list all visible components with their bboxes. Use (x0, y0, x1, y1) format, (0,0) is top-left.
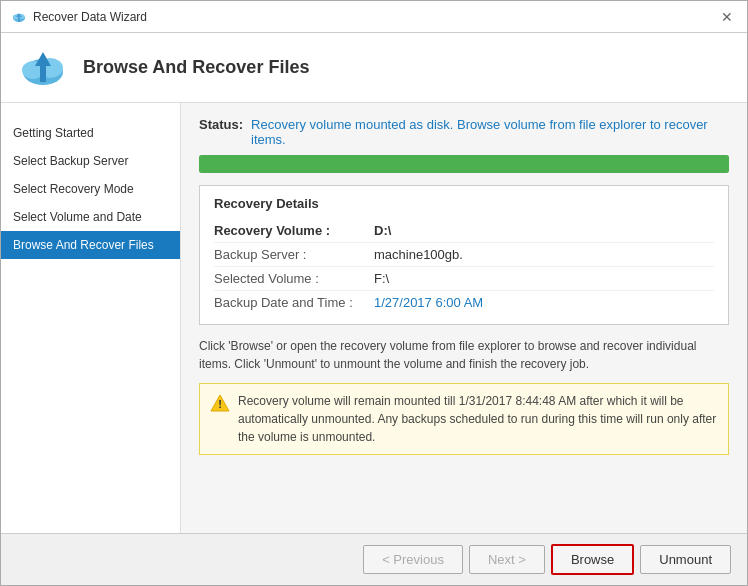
detail-label-selected-volume: Selected Volume : (214, 271, 374, 286)
info-text: Click 'Browse' or open the recovery volu… (199, 337, 729, 373)
progress-bar-fill (199, 155, 729, 173)
status-label: Status: (199, 117, 243, 132)
browse-button[interactable]: Browse (551, 544, 634, 575)
detail-row-backup-date: Backup Date and Time : 1/27/2017 6:00 AM (214, 291, 714, 314)
close-button[interactable]: ✕ (717, 7, 737, 27)
detail-label-backup-date: Backup Date and Time : (214, 295, 374, 310)
recovery-details-box: Recovery Details Recovery Volume : D:\ B… (199, 185, 729, 325)
header-area: Browse And Recover Files (1, 33, 747, 103)
status-text: Recovery volume mounted as disk. Browse … (251, 117, 729, 147)
main-window: Recover Data Wizard ✕ Browse And Recover… (0, 0, 748, 586)
header-icon (17, 42, 69, 94)
detail-label-recovery-volume: Recovery Volume : (214, 223, 374, 238)
title-bar-left: Recover Data Wizard (11, 9, 147, 25)
sidebar-item-select-volume-date[interactable]: Select Volume and Date (1, 203, 180, 231)
body-area: Getting Started Select Backup Server Sel… (1, 103, 747, 533)
unmount-button[interactable]: Unmount (640, 545, 731, 574)
page-title: Browse And Recover Files (83, 57, 309, 78)
detail-row-backup-server: Backup Server : machine100gb. (214, 243, 714, 267)
warning-box: ! Recovery volume will remain mounted ti… (199, 383, 729, 455)
warning-icon: ! (210, 393, 230, 413)
app-icon (11, 9, 27, 25)
detail-value-recovery-volume: D:\ (374, 223, 391, 238)
main-content: Status: Recovery volume mounted as disk.… (181, 103, 747, 533)
status-bar: Status: Recovery volume mounted as disk.… (199, 117, 729, 147)
sidebar-item-select-recovery-mode[interactable]: Select Recovery Mode (1, 175, 180, 203)
detail-row-recovery-volume: Recovery Volume : D:\ (214, 219, 714, 243)
title-bar: Recover Data Wizard ✕ (1, 1, 747, 33)
sidebar-item-select-backup-server[interactable]: Select Backup Server (1, 147, 180, 175)
detail-value-backup-server: machine100gb. (374, 247, 463, 262)
previous-button[interactable]: < Previous (363, 545, 463, 574)
detail-value-selected-volume: F:\ (374, 271, 389, 286)
sidebar-item-getting-started[interactable]: Getting Started (1, 119, 180, 147)
svg-text:!: ! (218, 398, 222, 410)
sidebar-item-browse-and-recover[interactable]: Browse And Recover Files (1, 231, 180, 259)
detail-label-backup-server: Backup Server : (214, 247, 374, 262)
progress-bar-container (199, 155, 729, 173)
sidebar: Getting Started Select Backup Server Sel… (1, 103, 181, 533)
footer-area: < Previous Next > Browse Unmount (1, 533, 747, 585)
detail-row-selected-volume: Selected Volume : F:\ (214, 267, 714, 291)
warning-text: Recovery volume will remain mounted till… (238, 392, 718, 446)
detail-value-backup-date: 1/27/2017 6:00 AM (374, 295, 483, 310)
next-button[interactable]: Next > (469, 545, 545, 574)
window-title: Recover Data Wizard (33, 10, 147, 24)
recovery-details-title: Recovery Details (214, 196, 714, 211)
